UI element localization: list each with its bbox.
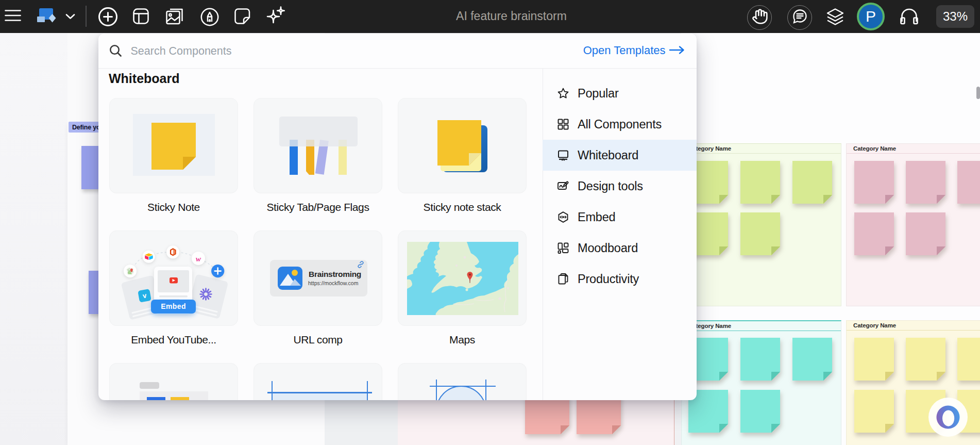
svg-text:w: w bbox=[196, 255, 201, 263]
svg-text:Embed: Embed bbox=[161, 302, 186, 310]
